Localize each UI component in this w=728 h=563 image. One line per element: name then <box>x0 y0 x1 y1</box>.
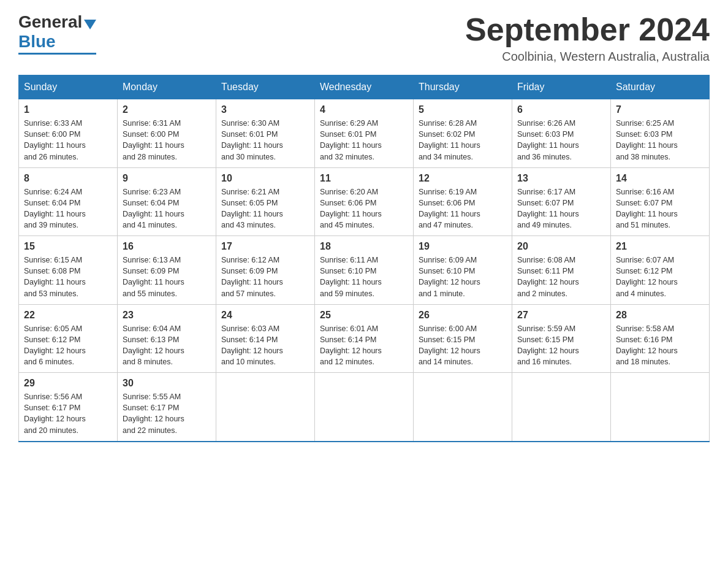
day-info: Sunrise: 5:58 AMSunset: 6:16 PMDaylight:… <box>616 324 678 366</box>
table-row: 17 Sunrise: 6:12 AMSunset: 6:09 PMDaylig… <box>216 236 315 305</box>
day-number: 5 <box>419 104 507 115</box>
table-row: 26 Sunrise: 6:00 AMSunset: 6:15 PMDaylig… <box>414 304 512 373</box>
table-row: 23 Sunrise: 6:04 AMSunset: 6:13 PMDaylig… <box>118 304 216 373</box>
day-info: Sunrise: 6:00 AMSunset: 6:15 PMDaylight:… <box>419 324 480 366</box>
day-number: 3 <box>221 104 309 115</box>
table-row: 4 Sunrise: 6:29 AMSunset: 6:01 PMDayligh… <box>315 99 414 168</box>
table-row: 12 Sunrise: 6:19 AMSunset: 6:06 PMDaylig… <box>414 167 512 236</box>
table-row: 2 Sunrise: 6:31 AMSunset: 6:00 PMDayligh… <box>118 99 216 168</box>
table-row: 13 Sunrise: 6:17 AMSunset: 6:07 PMDaylig… <box>512 167 611 236</box>
day-info: Sunrise: 6:11 AMSunset: 6:10 PMDaylight:… <box>320 256 382 297</box>
day-number: 29 <box>24 378 112 389</box>
day-info: Sunrise: 6:24 AMSunset: 6:04 PMDaylight:… <box>24 188 86 229</box>
day-number: 21 <box>616 241 704 252</box>
logo-blue-line: Blue <box>18 32 56 52</box>
day-number: 19 <box>419 241 507 252</box>
day-info: Sunrise: 6:30 AMSunset: 6:01 PMDaylight:… <box>221 119 283 161</box>
table-row: 9 Sunrise: 6:23 AMSunset: 6:04 PMDayligh… <box>118 167 216 236</box>
day-number: 18 <box>320 241 408 252</box>
day-number: 13 <box>517 173 605 184</box>
day-info: Sunrise: 6:12 AMSunset: 6:09 PMDaylight:… <box>221 256 283 297</box>
table-row: 22 Sunrise: 6:05 AMSunset: 6:12 PMDaylig… <box>19 304 118 373</box>
logo: General Blue <box>18 12 96 55</box>
table-row <box>414 373 512 442</box>
day-number: 11 <box>320 173 408 184</box>
table-row: 27 Sunrise: 5:59 AMSunset: 6:15 PMDaylig… <box>512 304 611 373</box>
day-info: Sunrise: 6:19 AMSunset: 6:06 PMDaylight:… <box>419 188 480 229</box>
table-row: 21 Sunrise: 6:07 AMSunset: 6:12 PMDaylig… <box>611 236 710 305</box>
day-info: Sunrise: 5:59 AMSunset: 6:15 PMDaylight:… <box>517 324 579 366</box>
day-info: Sunrise: 6:23 AMSunset: 6:04 PMDaylight:… <box>123 188 184 229</box>
day-number: 12 <box>419 173 507 184</box>
table-row: 29 Sunrise: 5:56 AMSunset: 6:17 PMDaylig… <box>19 373 118 442</box>
day-number: 7 <box>616 104 704 115</box>
day-info: Sunrise: 6:03 AMSunset: 6:14 PMDaylight:… <box>221 324 283 366</box>
day-number: 28 <box>616 310 704 321</box>
table-row: 6 Sunrise: 6:26 AMSunset: 6:03 PMDayligh… <box>512 99 611 168</box>
col-tuesday: Tuesday <box>216 75 315 99</box>
day-number: 22 <box>24 310 112 321</box>
month-title: September 2024 <box>465 12 710 47</box>
table-row: 5 Sunrise: 6:28 AMSunset: 6:02 PMDayligh… <box>414 99 512 168</box>
col-saturday: Saturday <box>611 75 710 99</box>
location: Coolbinia, Western Australia, Australia <box>465 50 710 64</box>
table-row: 10 Sunrise: 6:21 AMSunset: 6:05 PMDaylig… <box>216 167 315 236</box>
table-row: 14 Sunrise: 6:16 AMSunset: 6:07 PMDaylig… <box>611 167 710 236</box>
day-number: 9 <box>123 173 211 184</box>
day-number: 6 <box>517 104 605 115</box>
day-info: Sunrise: 5:55 AMSunset: 6:17 PMDaylight:… <box>123 393 184 434</box>
day-info: Sunrise: 6:08 AMSunset: 6:11 PMDaylight:… <box>517 256 579 297</box>
day-info: Sunrise: 6:17 AMSunset: 6:07 PMDaylight:… <box>517 188 579 229</box>
table-row: 18 Sunrise: 6:11 AMSunset: 6:10 PMDaylig… <box>315 236 414 305</box>
table-row: 8 Sunrise: 6:24 AMSunset: 6:04 PMDayligh… <box>19 167 118 236</box>
day-number: 15 <box>24 241 112 252</box>
calendar-week-row: 15 Sunrise: 6:15 AMSunset: 6:08 PMDaylig… <box>19 236 710 305</box>
table-row: 25 Sunrise: 6:01 AMSunset: 6:14 PMDaylig… <box>315 304 414 373</box>
day-number: 27 <box>517 310 605 321</box>
calendar-week-row: 8 Sunrise: 6:24 AMSunset: 6:04 PMDayligh… <box>19 167 710 236</box>
day-info: Sunrise: 6:07 AMSunset: 6:12 PMDaylight:… <box>616 256 678 297</box>
col-sunday: Sunday <box>19 75 118 99</box>
table-row: 11 Sunrise: 6:20 AMSunset: 6:06 PMDaylig… <box>315 167 414 236</box>
day-number: 14 <box>616 173 704 184</box>
table-row <box>315 373 414 442</box>
day-info: Sunrise: 6:28 AMSunset: 6:02 PMDaylight:… <box>419 119 480 161</box>
day-number: 24 <box>221 310 309 321</box>
table-row: 19 Sunrise: 6:09 AMSunset: 6:10 PMDaylig… <box>414 236 512 305</box>
day-info: Sunrise: 6:15 AMSunset: 6:08 PMDaylight:… <box>24 256 86 297</box>
title-area: September 2024 Coolbinia, Western Austra… <box>465 12 710 64</box>
day-number: 23 <box>123 310 211 321</box>
day-info: Sunrise: 6:25 AMSunset: 6:03 PMDaylight:… <box>616 119 678 161</box>
day-info: Sunrise: 6:16 AMSunset: 6:07 PMDaylight:… <box>616 188 678 229</box>
logo-line: General <box>18 12 96 32</box>
day-number: 20 <box>517 241 605 252</box>
day-number: 30 <box>123 378 211 389</box>
table-row <box>611 373 710 442</box>
calendar-header-row: Sunday Monday Tuesday Wednesday Thursday… <box>19 75 710 99</box>
col-monday: Monday <box>118 75 216 99</box>
table-row: 7 Sunrise: 6:25 AMSunset: 6:03 PMDayligh… <box>611 99 710 168</box>
logo-blue-text: Blue <box>18 32 56 52</box>
table-row: 28 Sunrise: 5:58 AMSunset: 6:16 PMDaylig… <box>611 304 710 373</box>
table-row <box>512 373 611 442</box>
day-number: 25 <box>320 310 408 321</box>
day-info: Sunrise: 6:26 AMSunset: 6:03 PMDaylight:… <box>517 119 579 161</box>
day-info: Sunrise: 6:33 AMSunset: 6:00 PMDaylight:… <box>24 119 86 161</box>
day-number: 4 <box>320 104 408 115</box>
logo-underline <box>18 53 96 55</box>
page-header: General Blue September 2024 Coolbinia, W… <box>18 12 710 64</box>
calendar-week-row: 1 Sunrise: 6:33 AMSunset: 6:00 PMDayligh… <box>19 99 710 168</box>
table-row <box>216 373 315 442</box>
calendar-table: Sunday Monday Tuesday Wednesday Thursday… <box>18 75 710 442</box>
day-info: Sunrise: 6:13 AMSunset: 6:09 PMDaylight:… <box>123 256 184 297</box>
table-row: 24 Sunrise: 6:03 AMSunset: 6:14 PMDaylig… <box>216 304 315 373</box>
logo-general-text: General <box>18 12 82 32</box>
logo-triangle-icon <box>84 20 96 29</box>
day-info: Sunrise: 6:31 AMSunset: 6:00 PMDaylight:… <box>123 119 184 161</box>
calendar-week-row: 29 Sunrise: 5:56 AMSunset: 6:17 PMDaylig… <box>19 373 710 442</box>
day-info: Sunrise: 6:09 AMSunset: 6:10 PMDaylight:… <box>419 256 480 297</box>
col-thursday: Thursday <box>414 75 512 99</box>
table-row: 1 Sunrise: 6:33 AMSunset: 6:00 PMDayligh… <box>19 99 118 168</box>
day-number: 10 <box>221 173 309 184</box>
day-info: Sunrise: 5:56 AMSunset: 6:17 PMDaylight:… <box>24 393 86 434</box>
